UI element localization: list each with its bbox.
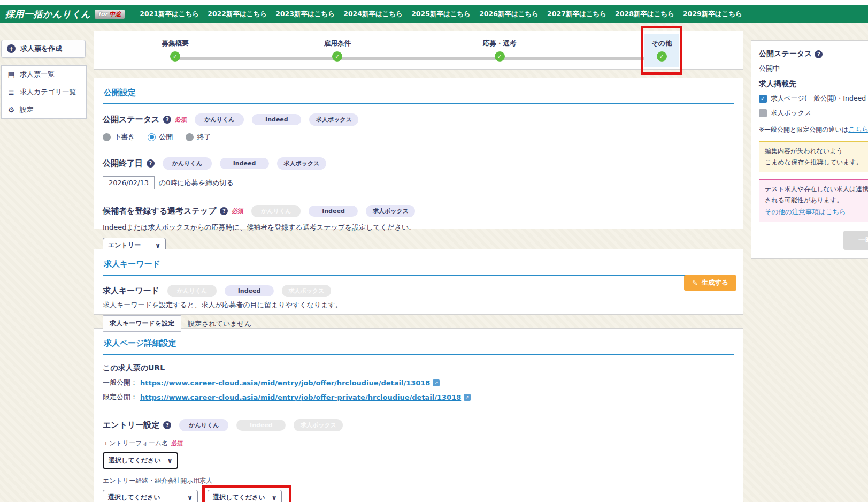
sidebar-menu: ▤ 求人票一覧 ≣ 求人カテゴリ一覧 ⚙ 設定 [1, 65, 87, 119]
panel-status-value: 公開中 [759, 64, 868, 73]
save-reminder-note: 編集内容が失われないよう こまめな保存を推奨しています。 [759, 141, 868, 172]
chevron-down-icon: ∨ [187, 494, 193, 501]
progress-stepper: 募集概要 雇用条件 応募・選考 その他 [94, 31, 743, 70]
sidebar-item-settings[interactable]: ⚙ 設定 [2, 101, 86, 118]
platform-pill-jobbox: 求人ボックス [294, 419, 343, 431]
job-page-detail-section: 求人ページ詳細設定 この求人票のURL 一般公開： https://www.ca… [94, 328, 743, 502]
panel-status-label: 公開ステータス [759, 49, 812, 59]
annotation-box-step-other [641, 26, 682, 75]
step-application[interactable]: 応募・選考 [419, 31, 581, 69]
header-link-2023[interactable]: 2023新卒はこちら [275, 10, 335, 19]
chevron-down-icon: ∨ [167, 457, 173, 465]
platform-pill-jobbox: 求人ボックス [282, 285, 331, 297]
top-header: 採用一括かんりくん for中途 2021新卒はこちら 2022新卒はこちら 20… [0, 5, 868, 23]
entry-form-name-select[interactable]: 選択してください ∨ [103, 452, 178, 469]
header-link-2022[interactable]: 2022新卒はこちら [208, 10, 267, 19]
check-circle-icon [332, 51, 342, 62]
keyword-status-text: 設定されていません [188, 319, 251, 329]
generate-button[interactable]: ✎ 生成する [684, 275, 736, 291]
entry-route-select[interactable]: 選択してください ∨ [103, 490, 198, 502]
header-link-2021[interactable]: 2021新卒はこちら [140, 10, 199, 19]
help-icon[interactable]: ? [815, 50, 823, 58]
radio-icon [148, 133, 156, 141]
required-badge: 必須 [171, 439, 183, 447]
entry-settings-label: エントリー設定 [103, 420, 159, 430]
set-keyword-button[interactable]: 求人キーワードを設定 [103, 315, 181, 332]
chevron-down-icon: ∨ [272, 494, 277, 501]
header-link-2027[interactable]: 2027新卒はこちら [547, 10, 606, 19]
keyword-description: 求人キーワードを設定すると、求人が応募者の目に留まりやすくなります。 [103, 300, 734, 310]
step-other[interactable]: その他 [581, 31, 743, 69]
end-date-suffix: の0時に応募を締め切る [159, 178, 234, 188]
left-sidebar: ＋ 求人票を作成 ▤ 求人票一覧 ≣ 求人カテゴリ一覧 ⚙ 設定 [1, 40, 87, 119]
platform-pill-jobbox: 求人ボックス [366, 205, 415, 217]
referral-company-select[interactable]: 選択してください ∨ [208, 490, 282, 502]
platform-pill-kanrikun: かんりくん [195, 113, 244, 126]
radio-icon [103, 133, 111, 141]
help-icon[interactable]: ? [220, 207, 228, 215]
gear-icon: ⚙ [7, 105, 16, 114]
destination-jobbox-checkbox[interactable]: 求人ボックス [759, 109, 868, 118]
sidebar-item-job-list[interactable]: ▤ 求人票一覧 [2, 66, 86, 83]
header-link-2028[interactable]: 2028新卒はこちら [615, 10, 674, 19]
end-date-input[interactable]: 2026/02/13 [103, 176, 155, 189]
sidebar-item-label: 設定 [20, 105, 34, 115]
section-title-detail: 求人ページ詳細設定 [103, 333, 734, 355]
platform-pill-jobbox: 求人ボックス [309, 113, 358, 126]
difference-link[interactable]: こちら [848, 125, 868, 133]
sidebar-item-label: 求人カテゴリ一覧 [20, 87, 76, 97]
entry-route-label: エントリー経路・紹介会社開示用求人 [103, 476, 212, 485]
header-year-links: 2021新卒はこちら 2022新卒はこちら 2023新卒はこちら 2024新卒は… [140, 10, 742, 19]
keyword-section: 求人キーワード 求人キーワード かんりくん Indeed 求人ボックス 求人キー… [94, 249, 743, 315]
radio-draft[interactable]: 下書き [103, 132, 135, 142]
platform-pill-kanrikun: かんりくん [163, 157, 212, 170]
help-icon[interactable]: ? [147, 159, 155, 168]
main-content: 募集概要 雇用条件 応募・選考 その他 公開設定 公開ステータス ? 必須 かん… [94, 31, 743, 502]
entry-form-name-label: エントリーフォーム名 [103, 439, 168, 448]
header-link-2026[interactable]: 2026新卒はこちら [479, 10, 539, 19]
header-link-2029[interactable]: 2029新卒はこちら [683, 10, 742, 19]
help-icon[interactable]: ? [163, 116, 171, 124]
end-date-label: 公開終了日 [103, 158, 143, 169]
checkbox-icon [759, 95, 767, 103]
header-link-2025[interactable]: 2025新卒はこちら [411, 10, 471, 19]
logo-badge: for中途 [95, 10, 125, 19]
right-status-panel: 公開ステータス ? 公開中 求人掲載先 求人ページ(一般公開)・Indeed P… [751, 40, 868, 259]
help-icon[interactable]: ? [163, 421, 171, 429]
private-url-link[interactable]: https://www.career-cloud.asia/mid/entry/… [140, 393, 461, 401]
publish-settings-section: 公開設定 公開ステータス ? 必須 かんりくん Indeed 求人ボックス 下書… [94, 78, 743, 229]
step-employment[interactable]: 雇用条件 [256, 31, 418, 69]
section-title-publish: 公開設定 [103, 82, 734, 104]
publish-status-label: 公開ステータス [103, 115, 159, 125]
platform-pill-kanrikun: かんりくん [179, 419, 228, 431]
temp-save-button[interactable]: 一時保存 [843, 231, 868, 250]
radio-published[interactable]: 公開 [148, 132, 173, 142]
publish-status-radio-group: 下書き 公開 終了 [103, 132, 734, 142]
platform-pill-kanrikun: かんりくん [251, 205, 301, 217]
external-link-icon[interactable]: ↗ [464, 394, 471, 401]
section-title-keyword: 求人キーワード [103, 254, 734, 276]
top-white-strip [0, 0, 868, 5]
external-link-icon[interactable]: ↗ [433, 379, 440, 386]
platform-pill-indeed: Indeed [309, 206, 358, 217]
other-notes-link[interactable]: その他の注意事項はこちら [765, 208, 846, 216]
destination-public-checkbox[interactable]: 求人ページ(一般公開)・Indeed Pl [759, 94, 868, 103]
category-list-icon: ≣ [7, 88, 16, 96]
platform-pill-indeed: Indeed [225, 285, 274, 296]
create-job-button-label: 求人票を作成 [20, 44, 62, 54]
app-logo[interactable]: 採用一括かんりくん for中途 [5, 8, 125, 20]
radio-ended[interactable]: 終了 [186, 132, 211, 142]
private-url-label: 限定公開： [103, 392, 137, 402]
platform-pill-jobbox: 求人ボックス [277, 157, 326, 170]
step-overview[interactable]: 募集概要 [94, 31, 256, 69]
document-icon: ▤ [7, 70, 16, 79]
platform-pill-kanrikun: かんりくん [167, 285, 217, 297]
sidebar-item-job-categories[interactable]: ≣ 求人カテゴリ一覧 [2, 83, 86, 101]
header-link-2024[interactable]: 2024新卒はこちら [343, 10, 403, 19]
create-job-button[interactable]: ＋ 求人票を作成 [1, 40, 86, 58]
candidate-step-description: Indeedまたは求人ボックスからの応募時に、候補者を登録する選考ステップを設定… [103, 223, 734, 232]
platform-pill-indeed: Indeed [220, 158, 269, 169]
required-badge: 必須 [175, 116, 187, 124]
required-badge: 必須 [232, 207, 243, 215]
public-url-link[interactable]: https://www.career-cloud.asia/mid/entry/… [140, 379, 430, 387]
